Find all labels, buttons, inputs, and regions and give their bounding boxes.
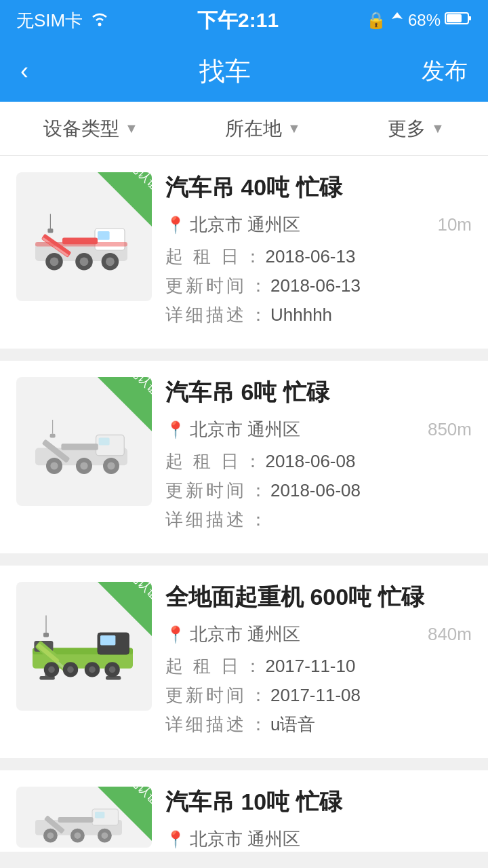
card-title-1: 汽车吊 40吨 忙碌: [165, 172, 472, 203]
svg-rect-18: [35, 242, 127, 246]
status-left: 无SIM卡: [16, 9, 110, 33]
svg-rect-2: [468, 16, 471, 20]
card-info-4: 汽车吊 10吨 忙碌 📍 北京市 通州区: [165, 787, 472, 852]
card-startdate-3: 起 租 日：2017-11-10: [165, 654, 472, 678]
battery-label: 68%: [408, 11, 441, 30]
svg-point-13: [50, 257, 59, 266]
location-text-1: 北京市 通州区: [190, 213, 300, 237]
card-image-3: 已认证: [16, 582, 152, 711]
location-pin-icon-2: 📍: [165, 420, 186, 439]
certified-badge-3: 已认证: [98, 582, 152, 636]
status-right: 🔒 68%: [366, 11, 472, 30]
card-title-4: 汽车吊 10吨 忙碌: [165, 787, 472, 818]
card-startdate-1: 起 租 日：2018-06-13: [165, 245, 472, 269]
svg-point-29: [80, 462, 87, 469]
location-pin-icon-3: 📍: [165, 625, 186, 644]
svg-rect-57: [58, 817, 94, 823]
list-item[interactable]: 已认证 汽车吊 10吨 忙碌 📍 北京市 通州区: [0, 770, 488, 852]
location-text-3: 北京市 通州区: [190, 623, 300, 646]
svg-point-15: [80, 257, 89, 266]
card-info-3: 全地面起重机 600吨 忙碌 📍 北京市 通州区 840m 起 租 日：2017…: [165, 582, 472, 742]
card-location-4: 📍 北京市 通州区: [165, 827, 300, 851]
svg-rect-21: [99, 437, 110, 445]
status-time: 下午2:11: [197, 7, 279, 35]
svg-rect-11: [47, 229, 53, 233]
svg-point-60: [47, 832, 54, 839]
card-location-row-3: 📍 北京市 通州区 840m: [165, 623, 472, 646]
card-image-4: 已认证: [16, 787, 152, 848]
card-location-1: 📍 北京市 通州区: [165, 213, 300, 237]
card-info-1: 汽车吊 40吨 忙碌 📍 北京市 通州区 10m 起 租 日：2018-06-1…: [165, 172, 472, 332]
filter-location-label: 所在地: [225, 116, 282, 142]
filter-equipment-arrow: ▼: [125, 121, 138, 136]
location-text-2: 北京市 通州区: [190, 418, 300, 441]
svg-point-47: [67, 667, 74, 673]
card-startdate-2: 起 租 日：2018-06-08: [165, 450, 472, 473]
svg-rect-3: [447, 14, 462, 22]
svg-rect-6: [98, 231, 110, 240]
svg-point-27: [50, 462, 58, 469]
wifi-icon: [89, 10, 110, 31]
card-distance-1: 10m: [437, 214, 472, 235]
svg-point-45: [48, 667, 55, 673]
card-updatedate-2: 更新时间：2018-06-08: [165, 479, 472, 502]
svg-point-0: [98, 22, 102, 26]
filter-location-arrow: ▼: [287, 121, 301, 136]
no-sim-label: 无SIM卡: [16, 9, 83, 33]
svg-point-31: [107, 462, 115, 469]
page-title: 找车: [199, 54, 251, 89]
svg-point-49: [89, 667, 96, 673]
filter-more-arrow: ▼: [431, 121, 445, 136]
location-pin-icon-1: 📍: [165, 216, 186, 235]
lock-icon: 🔒: [366, 11, 386, 30]
card-description-1: 详细描述：Uhhhhh: [165, 303, 472, 327]
filter-equipment-type[interactable]: 设备类型 ▼: [43, 116, 138, 142]
status-bar: 无SIM卡 下午2:11 🔒 68%: [0, 0, 488, 41]
card-description-3: 详细描述：u语音: [165, 713, 472, 736]
certified-badge-1: 已认证: [98, 172, 152, 226]
svg-point-62: [75, 832, 81, 839]
certified-badge-4: 已认证: [98, 787, 152, 841]
card-distance-3: 840m: [428, 624, 472, 645]
svg-rect-35: [100, 635, 115, 645]
back-button[interactable]: ‹: [20, 57, 28, 85]
card-title-3: 全地面起重机 600吨 忙碌: [165, 582, 472, 613]
filter-bar: 设备类型 ▼ 所在地 ▼ 更多 ▼: [0, 102, 488, 156]
list-item[interactable]: 已认证 全地面起重机 600吨 忙碌 📍 北京市 通州区 840m 起 租 日：…: [0, 566, 488, 758]
svg-point-51: [109, 667, 116, 673]
svg-rect-25: [50, 434, 56, 438]
card-info-2: 汽车吊 6吨 忙碌 📍 北京市 通州区 850m 起 租 日：2018-06-0…: [165, 377, 472, 537]
battery-icon: [445, 11, 472, 30]
list-item[interactable]: 已认证 汽车吊 40吨 忙碌 📍 北京市 通州区 10m 起 租 日：2018-…: [0, 156, 488, 349]
card-location-3: 📍 北京市 通州区: [165, 623, 300, 646]
card-location-row-1: 📍 北京市 通州区 10m: [165, 213, 472, 237]
card-updatedate-3: 更新时间：2017-11-08: [165, 684, 472, 707]
card-updatedate-1: 更新时间：2018-06-13: [165, 274, 472, 298]
list-item[interactable]: 已认证 汽车吊 6吨 忙碌 📍 北京市 通州区 850m 起 租 日：2018-…: [0, 361, 488, 553]
card-image-2: 已认证: [16, 377, 152, 506]
svg-point-17: [106, 257, 115, 266]
card-title-2: 汽车吊 6吨 忙碌: [165, 377, 472, 408]
filter-equipment-label: 设备类型: [43, 116, 119, 142]
location-pin-icon-4: 📍: [165, 830, 186, 849]
card-description-2: 详细描述：: [165, 508, 472, 532]
filter-more[interactable]: 更多 ▼: [388, 116, 445, 142]
filter-more-label: 更多: [388, 116, 426, 142]
svg-rect-22: [61, 443, 98, 450]
location-text-4: 北京市 通州区: [190, 827, 300, 851]
certified-badge-2: 已认证: [98, 377, 152, 431]
card-list: 已认证 汽车吊 40吨 忙碌 📍 北京市 通州区 10m 起 租 日：2018-…: [0, 156, 488, 852]
publish-button[interactable]: 发布: [422, 56, 468, 87]
filter-location[interactable]: 所在地 ▼: [225, 116, 301, 142]
location-icon: [390, 11, 404, 30]
nav-bar: ‹ 找车 发布: [0, 41, 488, 102]
card-location-row-4: 📍 北京市 通州区: [165, 827, 472, 851]
card-location-2: 📍 北京市 通州区: [165, 418, 300, 441]
svg-rect-53: [43, 633, 49, 637]
card-distance-2: 850m: [428, 419, 472, 440]
card-image-1: 已认证: [16, 172, 152, 301]
card-location-row-2: 📍 北京市 通州区 850m: [165, 418, 472, 441]
